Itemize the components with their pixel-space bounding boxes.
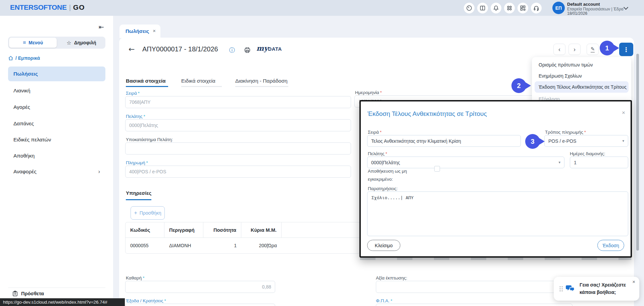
home-icon[interactable] — [8, 55, 13, 61]
sidebar-item-extras[interactable]: Πρόσθετα — [12, 291, 44, 297]
sidebar-item-expenses[interactable]: Δαπάνες — [8, 116, 105, 131]
modal-customer-select[interactable]: 0000|Πελάτης▾ — [367, 157, 564, 168]
annotation-arrow-1 — [613, 44, 619, 52]
sidebar-item-sales[interactable]: Πωλήσεις — [8, 67, 105, 81]
modal-series-label: Σειρά* — [368, 130, 382, 135]
logo-entersoftone: ENTERSOFTONE — [10, 3, 67, 11]
resilience-fee-modal: Έκδοση Τέλους Ανθεκτικότητας σε Τρίτους … — [359, 100, 632, 258]
sidebar-item-warehouse[interactable]: Αποθήκη — [8, 148, 105, 163]
sidebar-item-purchases[interactable]: Αγορές — [8, 100, 105, 115]
vertical-scrollbar[interactable] — [636, 54, 639, 251]
sidebar-item-label: Αναφορές — [13, 169, 37, 175]
bell-icon[interactable] — [491, 3, 501, 13]
cell-quantity: 1 — [203, 238, 241, 253]
cell-description: ΔΙΑΜΟΝΗ — [164, 238, 203, 253]
sidebar-item-reports[interactable]: Αναφορές › — [8, 164, 105, 179]
plus-icon: + — [134, 210, 137, 216]
workspace-tab-sales[interactable]: Πωλήσεις × — [119, 25, 160, 38]
close-icon[interactable]: × — [153, 28, 156, 34]
menu-item-resilience-fee[interactable]: Έκδοση Τέλους Ανθεκτικότητας σε Τρίτους — [535, 81, 629, 93]
book-icon[interactable] — [477, 3, 488, 13]
required-mark: * — [142, 275, 144, 280]
tab-basic-info[interactable]: Βασικά στοιχεία — [126, 78, 168, 87]
vat-input[interactable] — [376, 304, 573, 306]
sidebar-collapse-icon[interactable]: ⇤ — [99, 23, 104, 31]
payment-label: Πληρωμή* — [126, 160, 148, 165]
modal-days-input[interactable]: 1 — [570, 157, 628, 168]
close-icon[interactable]: × — [622, 110, 625, 116]
chevron-down-icon[interactable] — [624, 5, 628, 10]
back-icon[interactable]: ← — [129, 45, 135, 53]
col-header-description[interactable]: Περιγραφή — [164, 222, 203, 237]
sidebar-item-label: Λιανική — [13, 88, 30, 94]
chat-widget[interactable]: Γεια σας! Χρειάζεστε κάποια βοήθεια; × — [554, 277, 639, 301]
col-header-uom[interactable]: Κύρια Μ.Μ. — [241, 222, 282, 237]
mydata-data: DATA — [268, 46, 282, 52]
modal-series-input[interactable]: Τελος Ανθεκτικότητας στην Κλιματική Κρίσ… — [367, 135, 521, 147]
gauge-icon[interactable] — [464, 3, 475, 13]
breadcrumb: / Εμπορικά — [8, 55, 40, 61]
apps-grid-icon[interactable] — [504, 3, 515, 13]
workspace-tab-label: Πωλήσεις — [126, 28, 149, 34]
sidebar-item-label: Αγορές — [13, 104, 30, 110]
chat-bubbles-icon — [566, 285, 575, 294]
prev-button[interactable]: ‹ — [553, 44, 565, 55]
modal-submit-button[interactable]: Έκδοση — [597, 240, 624, 251]
col-header-quantity[interactable]: Ποσότητα — [203, 222, 241, 237]
unapproved-checkbox[interactable] — [434, 166, 440, 172]
sidebar-divider — [8, 288, 105, 288]
expenses-input[interactable] — [125, 304, 275, 306]
menu-item-update-comments[interactable]: Ενημέρωση Σχολίων — [532, 70, 631, 82]
drag-handle-icon[interactable] — [559, 286, 562, 292]
close-icon[interactable]: × — [632, 279, 635, 285]
customer-branch-input[interactable] — [125, 142, 351, 155]
modal-notes-textarea[interactable]: Σχόλιο.....| ΑΠΥ — [367, 191, 628, 236]
caret-down-icon: ▾ — [558, 160, 560, 165]
menu-item-default-prices[interactable]: Ορισμός πρότυπων τιμών — [532, 59, 631, 71]
mydata-my: my — [256, 44, 268, 52]
sidebar-segmented-control: ≡ Μενού ☆ Δημοφιλή — [8, 37, 105, 49]
customer-branch-label: Υποκατάστημα Πελάτη: — [126, 137, 173, 142]
logo-separator: | — [67, 3, 73, 11]
tab-shipping-delivery[interactable]: Διακίνηση - Παράδοση — [235, 78, 288, 87]
caret-down-icon: ▾ — [622, 139, 624, 143]
star-icon: ☆ — [66, 40, 71, 46]
extras-label: Πρόσθετα — [21, 291, 44, 296]
account-date: 18/01/2026 — [567, 11, 587, 16]
discount-input[interactable] — [376, 281, 573, 293]
add-row-label: Προσθήκη — [140, 210, 161, 216]
tab-label: Υπηρεσίες — [126, 190, 151, 196]
next-button[interactable]: › — [568, 44, 581, 55]
modal-close-button[interactable]: Κλείσιμο — [367, 240, 400, 251]
add-row-button[interactable]: + Προσθήκη — [131, 206, 165, 220]
sidebar-item-retail[interactable]: Λιανική — [8, 83, 105, 98]
mydata-logo: myDATA — [256, 44, 282, 52]
tab-services[interactable]: Υπηρεσίες — [126, 190, 151, 200]
tab-favorites[interactable]: ☆ Δημοφιλή — [58, 38, 104, 48]
info-icon[interactable]: ⓘ — [229, 46, 235, 54]
expenses-label: Έξοδα / Κρατήσεις* — [126, 298, 166, 303]
col-header-code[interactable]: Κωδικός — [126, 222, 164, 237]
customer-input[interactable]: 0000|Πελάτης — [125, 119, 351, 131]
payment-input[interactable]: 400|POS / e-POS — [125, 166, 351, 178]
sidebar-item-customer-specials[interactable]: Ειδικές πελατών — [8, 132, 105, 147]
more-actions-button[interactable]: ⋮ — [619, 43, 633, 56]
net-label: Καθαρή* — [126, 275, 144, 280]
required-mark: * — [142, 114, 145, 119]
widgets-icon[interactable] — [517, 3, 528, 13]
table-row[interactable]: 0000055 ΔΙΑΜΟΝΗ 1 200|Ώρα — [126, 238, 360, 253]
series-input[interactable]: 7068|ΑΠΥ — [125, 96, 351, 108]
modal-payment-select[interactable]: POS / e-POS▾ — [544, 135, 628, 147]
edit-button[interactable]: ✎ — [587, 44, 599, 55]
cell-extra — [282, 238, 360, 253]
printer-icon[interactable] — [244, 47, 251, 55]
headset-icon[interactable] — [531, 3, 542, 13]
net-input[interactable]: 0,88 — [125, 281, 275, 293]
annotation-arrow-2 — [525, 82, 531, 89]
tab-menu[interactable]: ≡ Μενού — [9, 38, 57, 48]
avatar[interactable]: ΕΠ — [552, 2, 565, 14]
date-label: Ημερομηνία* — [355, 90, 382, 95]
cell-code: 0000055 — [126, 238, 164, 253]
tab-special-info[interactable]: Ειδικά στοιχεία — [181, 78, 222, 87]
chevron-right-icon: › — [574, 46, 576, 53]
